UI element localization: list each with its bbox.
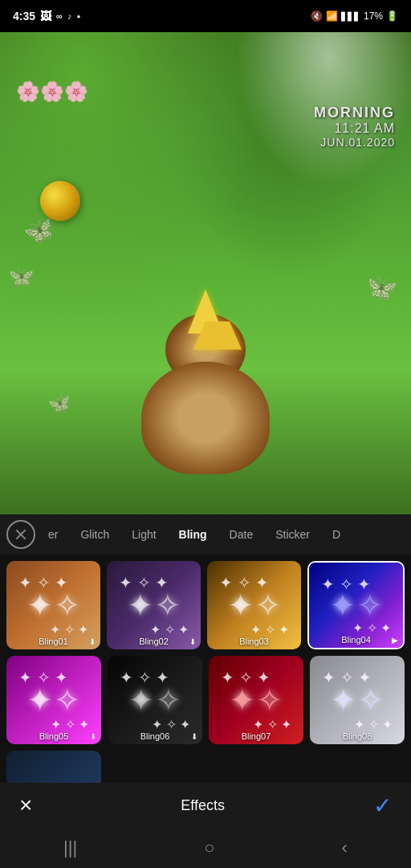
effect-bling08[interactable]: ✦✧ Bling08	[310, 656, 405, 744]
battery-icon: 🔋	[386, 10, 398, 22]
tiktok-icon: ♪	[67, 11, 72, 21]
bling03-label: Bling03	[207, 637, 301, 646]
tab-glitch[interactable]: Glitch	[71, 523, 119, 546]
effects-grid: ✦✧ Bling01 ⬇ ✦✧ Bling02 ⬇ ✦✧ Bling03 ✦✧ …	[0, 555, 411, 788]
wifi-icon: 📶	[326, 10, 338, 22]
status-bar: 4:35 🖼 ∞ ♪ ● 🔇 📶 ▋▋▋ 17% 🔋	[0, 0, 411, 32]
tab-light[interactable]: Light	[122, 523, 165, 546]
bling04-stars: ✦✧	[329, 587, 384, 624]
mute-icon: 🔇	[311, 10, 323, 22]
effect-bling05[interactable]: ✦✧ Bling05 ⬇	[6, 656, 101, 744]
dot-icon: ●	[76, 13, 80, 20]
cancel-icon	[16, 530, 26, 540]
dog-figure	[125, 297, 286, 474]
butterfly-4: 🦋	[47, 393, 71, 416]
bling04-download: ▶	[392, 636, 398, 645]
bling05-download: ⬇	[90, 732, 96, 741]
status-left: 4:35 🖼 ∞ ♪ ●	[13, 10, 80, 23]
bling03-stars: ✦✧	[227, 587, 282, 624]
bling04-label: Bling04	[309, 635, 403, 645]
bling06-stars: ✦✧	[128, 682, 182, 719]
dog-body	[141, 362, 270, 474]
effects-row-2: ✦✧ Bling05 ⬇ ✦✧ Bling06 ⬇ ✦✧ Bling07 ✦✧ …	[6, 656, 405, 744]
bottom-bar: × Effects ✓	[0, 783, 411, 828]
effect-bling06[interactable]: ✦✧ Bling06 ⬇	[108, 656, 202, 744]
time-label: 11:21 AM	[314, 121, 395, 136]
party-hat	[188, 289, 223, 334]
bling06-label: Bling06	[108, 731, 202, 741]
bling02-stars: ✦✧	[127, 587, 181, 624]
bling05-label: Bling05	[6, 731, 101, 741]
tab-more[interactable]: D	[323, 523, 350, 546]
nav-back-button[interactable]: ‹	[336, 831, 354, 865]
bling01-download: ⬇	[89, 637, 96, 646]
battery-display: 17%	[364, 10, 383, 22]
bling07-stars: ✦✧	[229, 682, 283, 719]
nav-home-button[interactable]: ○	[197, 831, 221, 865]
date-label: JUN.01.2020	[314, 136, 395, 149]
tab-sticker[interactable]: Sticker	[266, 523, 319, 546]
effect-bling07[interactable]: ✦✧ Bling07	[209, 656, 303, 744]
period-label: MORNING	[314, 104, 395, 121]
gallery-icon: 🖼	[40, 10, 51, 23]
effect-bling01[interactable]: ✦✧ Bling01 ⬇	[6, 561, 100, 649]
butterfly-2: 🦋	[6, 264, 35, 291]
signal-icon: ▋▋▋	[341, 12, 360, 21]
close-button[interactable]: ×	[19, 792, 32, 818]
nav-bar: ||| ○ ‹	[0, 828, 411, 868]
bottom-title: Effects	[181, 797, 225, 814]
effect-bling02[interactable]: ✦✧ Bling02 ⬇	[107, 561, 201, 649]
effect-bling03[interactable]: ✦✧ Bling03	[207, 561, 301, 649]
confirm-button[interactable]: ✓	[373, 792, 392, 819]
nav-menu-button[interactable]: |||	[57, 831, 83, 865]
photo-area: 🌸🌸🌸 🦋 🦋 🦋 🦋 MORNING 11:21 AM JUN.01.2020	[0, 32, 411, 514]
filter-tabs: er Glitch Light Bling Date Sticker D	[0, 514, 411, 555]
tab-filter[interactable]: er	[39, 523, 67, 546]
bling02-download: ⬇	[189, 637, 196, 646]
bling01-stars: ✦✧	[26, 587, 81, 624]
bling07-label: Bling07	[209, 731, 303, 741]
status-right: 🔇 📶 ▋▋▋ 17% 🔋	[311, 10, 398, 22]
bling08-label: Bling08	[310, 731, 405, 741]
flowers-decoration: 🌸🌸🌸	[16, 80, 88, 103]
date-overlay: MORNING 11:21 AM JUN.01.2020	[314, 104, 395, 149]
effects-row-1: ✦✧ Bling01 ⬇ ✦✧ Bling02 ⬇ ✦✧ Bling03 ✦✧ …	[6, 561, 405, 649]
effect-bling04[interactable]: ✦✧ Bling04 ▶	[307, 561, 405, 649]
time-display: 4:35	[13, 10, 35, 23]
bling02-label: Bling02	[107, 637, 201, 646]
bling06-download: ⬇	[191, 732, 197, 741]
tab-date[interactable]: Date	[220, 523, 263, 546]
cancel-filter-button[interactable]	[6, 520, 35, 549]
bling05-stars: ✦✧	[26, 682, 81, 719]
bling08-stars: ✦✧	[330, 682, 385, 719]
bling01-label: Bling01	[6, 637, 100, 646]
tennis-ball	[40, 181, 80, 221]
voicemail-icon: ∞	[56, 11, 63, 21]
tab-bling[interactable]: Bling	[169, 523, 217, 546]
